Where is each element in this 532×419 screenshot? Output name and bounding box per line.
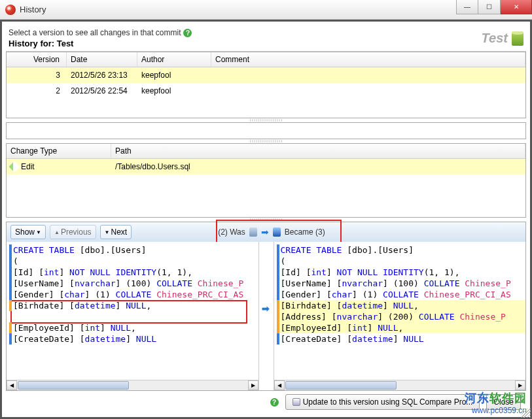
code-line: [Gender] [char] (1) COLLATE Chinese_PRC_… xyxy=(277,289,526,300)
database-label: Test xyxy=(482,31,508,46)
code-line: CREATE TABLE [dbo].[Users] xyxy=(277,244,526,256)
diff-right-pane: CREATE TABLE [dbo].[Users]([Id] [int] NO… xyxy=(274,242,526,390)
history-for-prefix: History for: xyxy=(9,39,57,48)
maximize-button[interactable]: ☐ xyxy=(478,0,501,14)
next-button[interactable]: ▼ Next xyxy=(100,225,132,239)
code-line: [Birhdate] [datetime] NULL, xyxy=(9,300,258,311)
code-line: CREATE TABLE [dbo].[Users] xyxy=(9,244,258,256)
was-became-label: (2) Was ➡ Became (3) xyxy=(218,227,325,237)
col-change-type[interactable]: Change Type xyxy=(7,144,111,158)
code-line: [UserName] [nvarchar] (100) COLLATE Chin… xyxy=(277,278,526,289)
code-line: [Id] [int] NOT NULL IDENTITY(1, 1), xyxy=(277,267,526,278)
col-date[interactable]: Date xyxy=(67,52,137,67)
database-icon xyxy=(512,31,523,46)
code-line xyxy=(9,311,258,322)
scrollbar-right[interactable]: ◀▶ xyxy=(274,380,526,390)
diff-toolbar: Show ▼ ▲ Previous ▼ Next (2) Was ➡ Becam… xyxy=(7,222,525,242)
window-titlebar: History — ☐ ✕ xyxy=(0,0,532,20)
history-row[interactable]: 22012/5/26 22:54keepfool xyxy=(7,83,525,99)
code-line: [CreateDate] [datetime] NULL xyxy=(277,333,526,344)
code-line: [EmployeeId] [int] NULL, xyxy=(277,322,526,333)
diff-gutter: ➡ xyxy=(258,242,274,390)
arrow-icon: ➡ xyxy=(261,227,269,237)
changes-table-header: Change Type Path xyxy=(7,144,525,159)
splitter-3[interactable] xyxy=(6,218,526,222)
app-icon xyxy=(5,5,16,15)
code-line: [Address] [nvarchar] (200) COLLATE Chine… xyxy=(277,311,526,322)
diff-arrow-icon: ➡ xyxy=(262,303,270,314)
col-author[interactable]: Author xyxy=(137,52,211,67)
became-label: Became (3) xyxy=(285,227,325,237)
history-row[interactable]: 32012/5/26 23:13keepfool xyxy=(7,67,525,83)
help-icon[interactable]: ? xyxy=(183,29,192,37)
changes-row[interactable]: Edit/Tables/dbo.Users.sql xyxy=(7,159,525,175)
diff-panel: Show ▼ ▲ Previous ▼ Next (2) Was ➡ Becam… xyxy=(6,222,526,391)
history-table-header: Version Date Author Comment xyxy=(7,52,525,67)
code-line: [Birhdate] [datetime] NULL, xyxy=(277,300,526,311)
window-controls: — ☐ ✕ xyxy=(456,0,532,14)
code-line: [Id] [int] NOT NULL IDENTITY(1, 1), xyxy=(9,267,258,278)
close-button[interactable]: Close xyxy=(486,394,521,410)
help-text: Select a version to see all changes in t… xyxy=(9,28,181,37)
header-row: Select a version to see all changes in t… xyxy=(6,25,526,48)
footer-bar: ? Update to this version using SQL Compa… xyxy=(6,391,526,413)
compare-icon xyxy=(293,398,300,406)
code-line: [EmployeeId] [int] NULL, xyxy=(9,322,258,333)
code-line: [Gender] [char] (1) COLLATE Chinese_PRC_… xyxy=(9,289,258,300)
update-version-button[interactable]: Update to this version using SQL Compare… xyxy=(285,394,480,410)
col-comment[interactable]: Comment xyxy=(211,52,525,67)
resize-grip[interactable] xyxy=(522,409,531,418)
diff-left-pane: CREATE TABLE [dbo].[Users]([Id] [int] NO… xyxy=(7,242,258,390)
minimize-button[interactable]: — xyxy=(456,0,478,14)
code-line: [CreateDate] [datetime] NULL xyxy=(9,333,258,344)
splitter-2[interactable] xyxy=(6,139,526,143)
edit-icon xyxy=(9,161,20,173)
cylinder-was-icon xyxy=(249,227,257,237)
changes-panel: Change Type Path Edit/Tables/dbo.Users.s… xyxy=(6,143,526,218)
history-table-panel: Version Date Author Comment 32012/5/26 2… xyxy=(6,52,526,118)
code-line: ( xyxy=(9,256,258,267)
scrollbar-left[interactable]: ◀▶ xyxy=(7,380,258,390)
splitter-1[interactable] xyxy=(6,118,526,122)
footer-help-icon[interactable]: ? xyxy=(270,398,279,407)
history-for-name: Test xyxy=(57,39,74,48)
code-line: [UserName] [nvarchar] (100) COLLATE Chin… xyxy=(9,278,258,289)
was-label: (2) Was xyxy=(218,227,245,237)
col-version[interactable]: Version xyxy=(7,52,67,67)
close-window-button[interactable]: ✕ xyxy=(501,0,532,14)
window-title: History xyxy=(20,5,46,14)
show-button[interactable]: Show ▼ xyxy=(10,225,46,239)
code-line: ( xyxy=(277,256,526,267)
col-path[interactable]: Path xyxy=(111,144,525,158)
filter-panel xyxy=(6,122,526,139)
previous-button[interactable]: ▲ Previous xyxy=(50,225,96,239)
cylinder-became-icon xyxy=(273,227,281,237)
